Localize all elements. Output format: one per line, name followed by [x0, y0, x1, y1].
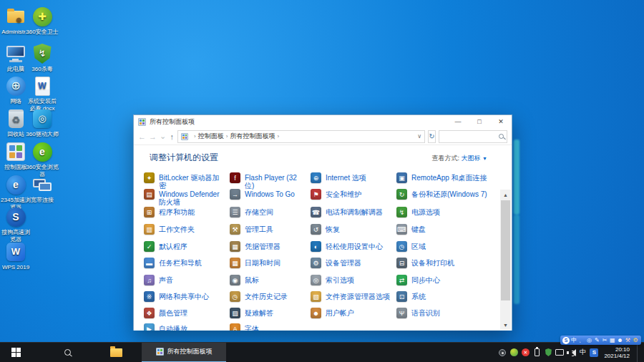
recent-pages-button[interactable]: ⌄ [160, 132, 166, 141]
cp-item-admin-tools[interactable]: ⚒管理工具 [230, 224, 307, 235]
ime-keyboard-icon[interactable]: ▦ [609, 336, 616, 345]
cp-item-defender-firewall[interactable]: ▤Windows Defender 防火墙 [144, 189, 224, 206]
window-titlebar[interactable]: 所有控制面板项 — □ ✕ [134, 115, 512, 128]
cp-item-label[interactable]: Internet 选项 [326, 172, 366, 182]
tray-input-indicator[interactable]: 中 [578, 348, 587, 357]
ime-skin-icon[interactable]: ☻ [617, 336, 624, 345]
cp-item-label[interactable]: 网络和共享中心 [159, 291, 209, 300]
cp-item-date-time[interactable]: ▦日期和时间 [230, 258, 307, 268]
cp-item-label[interactable]: 文件历史记录 [245, 291, 288, 300]
cp-item-network-sharing[interactable]: ※网络和共享中心 [144, 291, 224, 302]
up-button[interactable]: ↑ [169, 132, 175, 141]
ime-mode-chinese-icon[interactable]: 中 [570, 336, 577, 345]
desktop-icon-sogou-browser[interactable]: S搜狗高速浏览器 [0, 206, 32, 243]
cp-item-troubleshooting[interactable]: ▨疑难解答 [230, 308, 307, 318]
cp-item-label[interactable]: RemoteApp 和桌面连接 [411, 172, 487, 182]
ime-settings-icon[interactable]: ⚙ [632, 336, 639, 345]
cp-item-programs-features[interactable]: ⊞程序和功能 [144, 207, 224, 217]
refresh-button[interactable]: ↻ [428, 130, 436, 143]
cp-item-label[interactable]: 默认程序 [159, 241, 187, 250]
cp-item-label[interactable]: Flash Player (32 位) [245, 172, 307, 190]
cp-item-user-accounts[interactable]: ☻用户帐户 [311, 308, 394, 318]
ime-toolbar[interactable]: S 中、◎✎✂▦☻⚒⚙ [560, 336, 641, 345]
cp-item-label[interactable]: 区域 [411, 241, 426, 250]
cp-item-fonts[interactable]: A字体 [230, 323, 307, 331]
cp-item-label[interactable]: 声音 [159, 275, 173, 284]
tray-recorder-icon[interactable] [498, 348, 507, 357]
cp-item-mouse[interactable]: ◉鼠标 [230, 275, 307, 285]
cp-item-device-manager[interactable]: ⚙设备管理器 [311, 258, 394, 268]
cp-item-indexing-options[interactable]: ◎索引选项 [311, 275, 394, 285]
ime-emoji-icon[interactable]: ◎ [586, 336, 593, 345]
cp-item-label[interactable]: 语音识别 [411, 308, 440, 317]
ime-punctuation-icon[interactable]: 、 [578, 336, 585, 345]
cp-item-phone-modem[interactable]: ☎电话和调制解调器 [311, 207, 394, 217]
file-explorer-button[interactable] [100, 343, 132, 362]
cp-item-work-folders[interactable]: ▥工作文件夹 [144, 224, 224, 235]
cp-item-file-history[interactable]: ◷文件历史记录 [230, 291, 307, 302]
cp-item-power-options[interactable]: ↯电源选项 [396, 207, 505, 217]
cp-item-label[interactable]: 管理工具 [245, 224, 273, 233]
ime-cut-icon[interactable]: ✂ [601, 336, 608, 345]
cp-item-label[interactable]: 设备管理器 [326, 258, 361, 267]
cp-item-label[interactable]: 日期和时间 [245, 258, 280, 267]
tray-usb-icon[interactable] [532, 348, 541, 357]
address-bar[interactable]: › 控制面板 › 所有控制面板项 › ∨ [177, 130, 425, 143]
scroll-down-icon[interactable]: ▼ [500, 320, 511, 330]
cp-item-storage-spaces[interactable]: ☰存储空间 [230, 207, 307, 217]
cp-item-credential-manager[interactable]: ▦凭据管理器 [230, 241, 307, 252]
desktop-icon-readme-docx[interactable]: W系统安装后必看.docx [26, 75, 59, 112]
cp-item-label[interactable]: BitLocker 驱动器加密 [159, 172, 224, 190]
desktop-icon-360-driver-master[interactable]: ◎360驱动大师 [26, 108, 59, 138]
cp-item-label[interactable]: 自动播放 [159, 323, 187, 331]
cp-item-flash-player[interactable]: fFlash Player (32 位) [230, 172, 307, 190]
cp-item-label[interactable]: 同步中心 [411, 275, 440, 284]
cp-item-internet-options[interactable]: ⊕Internet 选项 [311, 172, 394, 183]
cp-item-bitlocker[interactable]: ✦BitLocker 驱动器加密 [144, 172, 224, 190]
desktop-icon-360-antivirus[interactable]: ↯360杀毒 [26, 43, 59, 73]
cp-item-label[interactable]: 疑难解答 [245, 308, 273, 317]
ime-handwriting-icon[interactable]: ✎ [593, 336, 600, 345]
view-by-control[interactable]: 查看方式: 大图标 ▼ [432, 154, 487, 163]
cp-item-label[interactable]: 安全和维护 [326, 189, 361, 198]
tray-360-antivirus-icon[interactable]: ✕ [521, 348, 530, 357]
cp-item-label[interactable]: 电话和调制解调器 [326, 207, 383, 216]
cp-item-ease-of-access[interactable]: ◐轻松使用设置中心 [311, 241, 394, 252]
back-button[interactable]: ← [138, 132, 146, 141]
cp-item-label[interactable]: 索引选项 [326, 275, 354, 284]
cp-item-label[interactable]: 颜色管理 [159, 308, 187, 317]
cp-item-recovery[interactable]: ↺恢复 [311, 224, 394, 235]
cp-item-system[interactable]: ⊡系统 [396, 291, 505, 302]
cp-item-label[interactable]: 键盘 [411, 224, 426, 233]
cp-item-backup-restore[interactable]: ↻备份和还原(Windows 7) [396, 189, 505, 200]
cp-item-devices-printers[interactable]: ⊟设备和打印机 [396, 258, 505, 268]
cp-item-default-programs[interactable]: ✓默认程序 [144, 241, 224, 252]
cp-item-label[interactable]: 工作文件夹 [159, 224, 195, 233]
cp-item-sync-center[interactable]: ⇄同步中心 [396, 275, 505, 285]
cp-item-speech-recognition[interactable]: Ψ语音识别 [396, 308, 505, 318]
minimize-button[interactable]: — [447, 115, 469, 128]
cp-item-label[interactable]: 字体 [245, 323, 259, 331]
tray-ime-icon[interactable]: S [590, 348, 598, 357]
view-by-value[interactable]: 大图标 [462, 155, 481, 162]
breadcrumb-all-items[interactable]: 所有控制面板项 [230, 132, 275, 141]
tray-360-safe-icon[interactable] [509, 348, 518, 357]
cp-item-label[interactable]: Windows Defender 防火墙 [159, 189, 224, 206]
cp-item-label[interactable]: 设备和打印机 [411, 258, 454, 267]
start-button[interactable] [0, 343, 31, 362]
cp-item-label[interactable]: 轻松使用设置中心 [326, 241, 383, 250]
tray-shield-icon[interactable] [544, 348, 552, 357]
cp-item-label[interactable]: 凭据管理器 [245, 241, 280, 250]
cp-item-label[interactable]: 系统 [411, 291, 426, 300]
cp-item-label[interactable]: 程序和功能 [159, 207, 195, 216]
ime-logo-icon[interactable]: S [562, 337, 570, 344]
desktop-icon-wps-2019[interactable]: WWPS 2019 [0, 241, 32, 271]
address-dropdown-icon[interactable]: ∨ [417, 133, 421, 140]
cp-item-remoteapp[interactable]: ▣RemoteApp 和桌面连接 [396, 172, 505, 183]
cp-item-label[interactable]: 备份和还原(Windows 7) [411, 189, 487, 198]
cp-item-windows-to-go[interactable]: →Windows To Go [230, 189, 307, 200]
cp-item-region[interactable]: ◷区域 [396, 241, 505, 252]
cp-item-label[interactable]: 任务栏和导航 [159, 258, 202, 267]
scroll-up-icon[interactable]: ▲ [500, 190, 511, 200]
maximize-button[interactable]: □ [469, 115, 490, 128]
